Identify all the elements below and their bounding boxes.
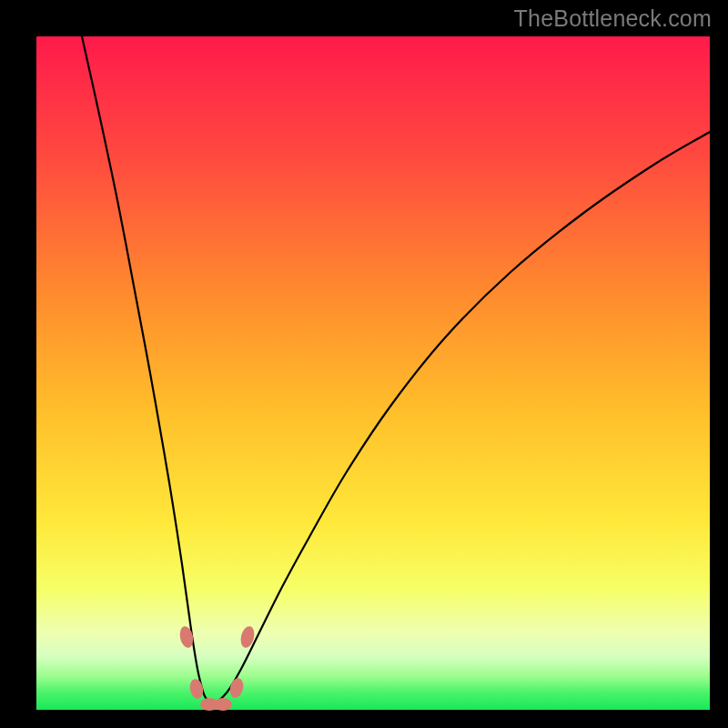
curve-right-branch <box>214 132 710 705</box>
trough-marker <box>178 625 196 649</box>
plot-area <box>36 36 710 710</box>
watermark-text: TheBottleneck.com <box>514 5 712 32</box>
marker-group <box>178 625 257 711</box>
curve-left-branch <box>82 36 214 705</box>
trough-marker <box>228 677 246 700</box>
chart-frame: TheBottleneck.com <box>0 0 728 728</box>
trough-marker <box>214 698 232 711</box>
curve-layer <box>36 36 710 710</box>
trough-marker <box>188 678 205 700</box>
